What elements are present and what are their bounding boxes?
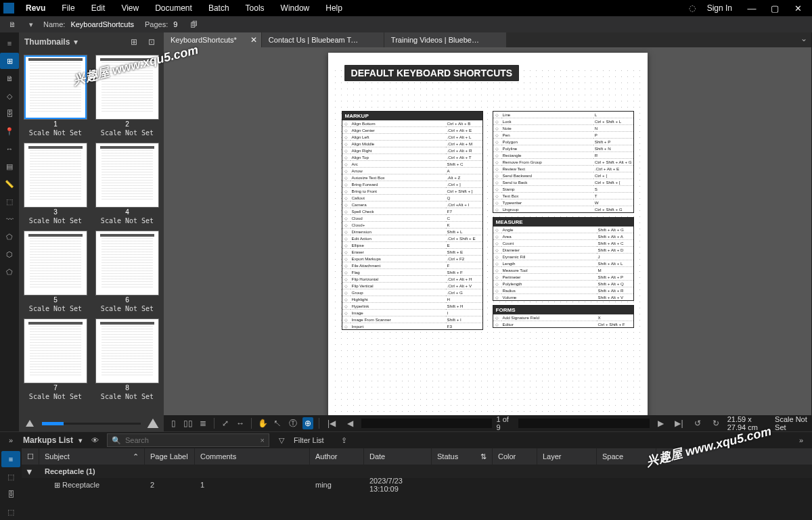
- close-icon[interactable]: ✕: [250, 32, 257, 47]
- first-page-button[interactable]: |◀: [324, 417, 338, 429]
- menu-window[interactable]: Window: [273, 0, 318, 16]
- col-checkbox[interactable]: ☐: [22, 448, 39, 465]
- next-page-button[interactable]: ▶: [654, 417, 668, 429]
- page-slider[interactable]: [518, 419, 649, 428]
- dock-rail-1[interactable]: ⬚: [1, 469, 20, 485]
- menu-edit[interactable]: Edit: [83, 0, 114, 16]
- text-select-icon[interactable]: Ⓣ: [287, 417, 298, 429]
- left-rail-tool-1[interactable]: ⊞: [0, 53, 19, 69]
- left-rail-tool-13[interactable]: ⬠: [0, 264, 19, 280]
- page-slider[interactable]: [361, 419, 492, 428]
- page-canvas: DEFAULT KEYBOARD SHORTCUTS MARKUP ◇Align…: [328, 53, 648, 415]
- left-rail-tool-9[interactable]: ⬚: [0, 193, 19, 210]
- section-header: MARKUP: [342, 112, 482, 120]
- col-author[interactable]: Author: [310, 448, 364, 465]
- markups-search[interactable]: 🔍 ×: [107, 433, 269, 447]
- nav-back-button[interactable]: ↺: [690, 417, 704, 429]
- menu-tools[interactable]: Tools: [238, 0, 273, 16]
- signin-button[interactable]: Sign In: [699, 0, 740, 16]
- col-status[interactable]: Status⇅: [432, 448, 493, 465]
- thumbnail-1[interactable]: 1Scale Not Set: [24, 55, 87, 137]
- clear-icon[interactable]: ×: [261, 436, 265, 444]
- col-layer[interactable]: Layer: [537, 448, 597, 465]
- col-page-label[interactable]: Page Label: [145, 448, 195, 465]
- markups-dock: » Markups List ▾ 👁 🔍 × ▽ Filter List ⇪ »…: [0, 431, 812, 520]
- fit-width-icon[interactable]: ↔: [235, 417, 246, 429]
- single-page-icon[interactable]: ▯: [168, 417, 179, 429]
- left-rail-tool-4[interactable]: 🗄: [0, 105, 19, 122]
- thumbnail-5[interactable]: 5Scale Not Set: [24, 231, 87, 312]
- document-tab[interactable]: Contact Us | Bluebeam Tec...: [262, 32, 384, 47]
- chevron-down-icon[interactable]: ▾: [74, 37, 78, 47]
- menu-file[interactable]: File: [53, 0, 83, 16]
- collapse-icon[interactable]: »: [794, 434, 808, 446]
- col-space[interactable]: Space: [597, 448, 656, 465]
- tabs-overflow-icon[interactable]: ⌄: [796, 32, 811, 45]
- document-tab[interactable]: KeyboardShortcuts*✕: [164, 32, 261, 47]
- pan-icon[interactable]: ✋: [257, 417, 268, 429]
- zoom-icon[interactable]: ⊕: [302, 417, 313, 429]
- col-color[interactable]: Color: [493, 448, 537, 465]
- chevron-down-icon[interactable]: ▾: [78, 436, 83, 445]
- document-viewport[interactable]: DEFAULT KEYBOARD SHORTCUTS MARKUP ◇Align…: [164, 47, 811, 415]
- maximize-button[interactable]: ▢: [763, 3, 786, 14]
- col-date[interactable]: Date: [364, 448, 432, 465]
- thumbnail-4[interactable]: 4Scale Not Set: [96, 143, 158, 224]
- thumbnails-title[interactable]: Thumbnails: [24, 37, 70, 47]
- dock-rail-2[interactable]: 🗄: [1, 486, 20, 502]
- nav-fwd-button[interactable]: ↻: [708, 417, 723, 429]
- col-subject[interactable]: Subject⌃: [39, 448, 145, 465]
- left-rail-tool-2[interactable]: 🗎: [0, 70, 19, 87]
- markups-group-row[interactable]: ▶ Receptacle (1): [22, 465, 812, 478]
- left-rail-tool-3[interactable]: ◇: [0, 88, 19, 104]
- menu-help[interactable]: Help: [317, 0, 351, 16]
- scale-status[interactable]: Scale Not Set: [775, 415, 807, 431]
- thumbnail-7[interactable]: 7Scale Not Set: [24, 319, 87, 400]
- expand-icon[interactable]: »: [4, 434, 18, 446]
- export-icon[interactable]: ⇪: [338, 434, 351, 446]
- thumbnail-size-slider[interactable]: [19, 418, 164, 431]
- left-rail-tool-0[interactable]: ≡: [0, 35, 19, 51]
- filter-icon[interactable]: ▽: [275, 434, 288, 446]
- fit-page-icon[interactable]: ⤢: [220, 417, 231, 429]
- zoom-in-icon[interactable]: [148, 419, 159, 428]
- left-rail-tool-6[interactable]: ↔: [0, 141, 19, 157]
- menubar: Revu FileEditViewDocumentBatchToolsWindo…: [0, 0, 812, 16]
- left-rail-tool-8[interactable]: 📏: [0, 176, 19, 192]
- dock-rail-3[interactable]: ⬚: [1, 504, 20, 520]
- menu-view[interactable]: View: [113, 0, 147, 16]
- left-rail-tool-12[interactable]: ⬡: [0, 246, 19, 262]
- markup-row[interactable]: ⊞ Receptacle21ming2023/7/23 13:10:09: [22, 478, 812, 492]
- select-icon[interactable]: ⭦: [272, 417, 283, 429]
- minimize-button[interactable]: —: [740, 3, 763, 14]
- filter-list-button[interactable]: Filter List: [294, 436, 324, 444]
- visibility-icon[interactable]: 👁: [88, 434, 102, 446]
- thumbnail-8[interactable]: 8Scale Not Set: [96, 319, 158, 400]
- document-tab[interactable]: Training Videos | Bluebeam...: [384, 32, 506, 47]
- left-rail-tool-7[interactable]: ▤: [0, 158, 19, 174]
- markups-list-title[interactable]: Markups List: [23, 435, 73, 445]
- thumb-tool-2[interactable]: ⊡: [145, 36, 158, 48]
- col-comments[interactable]: Comments: [195, 448, 310, 465]
- menu-document[interactable]: Document: [147, 0, 200, 16]
- thumbnail-2[interactable]: 2Scale Not Set: [96, 55, 158, 137]
- dock-rail-0[interactable]: ≡: [1, 451, 20, 467]
- left-rail-tool-5[interactable]: 📍: [0, 123, 19, 139]
- doc-name-label: Name:: [43, 20, 65, 28]
- zoom-out-icon[interactable]: [26, 420, 34, 427]
- close-button[interactable]: ✕: [786, 3, 809, 14]
- last-page-button[interactable]: ▶|: [672, 417, 686, 429]
- left-rail-tool-11[interactable]: ⬠: [0, 229, 19, 245]
- prev-page-button[interactable]: ◀: [343, 417, 357, 429]
- file-icon[interactable]: 🗎: [5, 18, 19, 30]
- page-options-icon[interactable]: 🗐: [187, 18, 200, 30]
- left-rail-tool-10[interactable]: 〰: [0, 211, 19, 227]
- thumbnail-3[interactable]: 3Scale Not Set: [24, 143, 87, 224]
- menu-batch[interactable]: Batch: [200, 0, 238, 16]
- two-page-icon[interactable]: ▯▯: [183, 417, 194, 429]
- continuous-icon[interactable]: ≣: [198, 417, 208, 429]
- thumb-tool-1[interactable]: ⊞: [127, 36, 141, 48]
- search-input[interactable]: [125, 436, 256, 444]
- thumbnail-6[interactable]: 6Scale Not Set: [96, 231, 158, 312]
- dropdown-icon[interactable]: ▾: [24, 18, 38, 30]
